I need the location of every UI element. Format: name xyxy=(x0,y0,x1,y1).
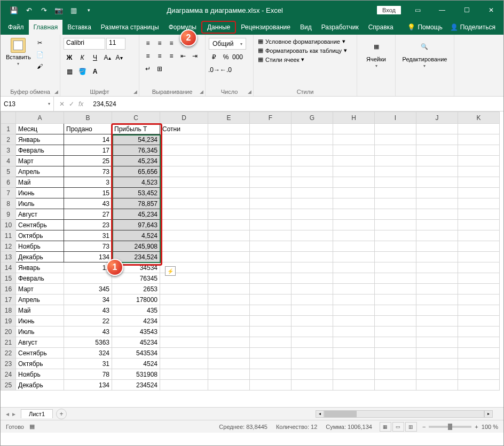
cell[interactable] xyxy=(208,284,250,294)
cell[interactable] xyxy=(333,198,375,209)
cell[interactable] xyxy=(292,220,333,230)
cell[interactable] xyxy=(416,284,458,294)
cell[interactable] xyxy=(375,188,416,198)
cell[interactable] xyxy=(160,252,208,262)
cell[interactable] xyxy=(333,284,375,294)
undo-icon[interactable]: ↶ xyxy=(23,5,34,15)
cell[interactable] xyxy=(250,359,292,369)
formula-input[interactable]: 234,524 xyxy=(89,100,503,108)
cell[interactable] xyxy=(375,252,416,262)
cell[interactable] xyxy=(416,220,458,230)
row-header[interactable]: 12 xyxy=(1,241,16,252)
row-header[interactable]: 4 xyxy=(1,156,16,166)
copy-icon[interactable]: 📄 xyxy=(35,50,45,59)
cell[interactable] xyxy=(250,326,292,337)
cell[interactable] xyxy=(292,134,333,145)
cell[interactable] xyxy=(458,241,500,252)
cell[interactable] xyxy=(250,241,292,252)
scroll-left-icon[interactable]: ◂ xyxy=(316,410,324,418)
cell[interactable] xyxy=(208,316,250,326)
cell[interactable]: 5363 xyxy=(64,337,112,348)
row-header[interactable]: 15 xyxy=(1,273,16,284)
cell[interactable]: Ноябрь xyxy=(16,369,64,380)
cell[interactable]: Месяц xyxy=(16,124,64,134)
cell[interactable] xyxy=(333,359,375,369)
cell[interactable]: 4234 xyxy=(112,316,160,326)
cell[interactable] xyxy=(333,134,375,145)
share-button[interactable]: 👤 Поделиться xyxy=(450,23,495,31)
cell[interactable]: 245,908 xyxy=(112,241,160,252)
cell[interactable] xyxy=(208,369,250,380)
cell[interactable] xyxy=(160,348,208,359)
cell[interactable]: 43 xyxy=(64,326,112,337)
cell[interactable]: 45,234 xyxy=(112,209,160,220)
cell[interactable] xyxy=(458,273,500,284)
align-top-icon[interactable]: ≡ xyxy=(143,38,153,49)
cell[interactable]: 73 xyxy=(64,241,112,252)
cell[interactable]: 45234 xyxy=(112,337,160,348)
scroll-right-icon[interactable]: ▸ xyxy=(484,410,493,418)
decrease-indent-icon[interactable]: ⇤ xyxy=(178,51,188,61)
cell[interactable] xyxy=(333,230,375,241)
cell[interactable] xyxy=(250,316,292,326)
cell[interactable] xyxy=(375,273,416,284)
cell[interactable] xyxy=(375,209,416,220)
cell[interactable] xyxy=(458,188,500,198)
cell[interactable] xyxy=(375,134,416,145)
cut-icon[interactable]: ✂ xyxy=(35,38,45,47)
cell-styles-button[interactable]: ▦ Стили ячеек ▾ xyxy=(258,56,347,63)
row-header[interactable]: 6 xyxy=(1,177,16,188)
cell[interactable] xyxy=(208,241,250,252)
cell[interactable] xyxy=(208,305,250,316)
column-header[interactable]: H xyxy=(333,112,375,124)
cell[interactable] xyxy=(416,316,458,326)
cell[interactable] xyxy=(292,166,333,177)
cell[interactable] xyxy=(292,380,333,391)
cell[interactable] xyxy=(458,230,500,241)
cell[interactable] xyxy=(208,209,250,220)
row-header[interactable]: 17 xyxy=(1,294,16,305)
tab-page-layout[interactable]: Разметка страницы xyxy=(96,20,164,35)
align-center-icon[interactable]: ≡ xyxy=(154,51,165,61)
cell[interactable] xyxy=(160,177,208,188)
column-header[interactable]: F xyxy=(250,112,292,124)
cell[interactable] xyxy=(250,262,292,273)
cell[interactable] xyxy=(416,230,458,241)
zoom-level[interactable]: 100 % xyxy=(482,424,498,430)
cell[interactable]: 531908 xyxy=(112,369,160,380)
cell[interactable] xyxy=(250,177,292,188)
tab-file[interactable]: Файл xyxy=(3,20,29,35)
cell[interactable]: Продано xyxy=(64,124,112,134)
cell[interactable] xyxy=(416,380,458,391)
row-header[interactable]: 20 xyxy=(1,326,16,337)
row-header[interactable]: 10 xyxy=(1,220,16,230)
cell[interactable] xyxy=(416,294,458,305)
cell[interactable] xyxy=(416,252,458,262)
row-header[interactable]: 11 xyxy=(1,230,16,241)
cell[interactable] xyxy=(250,369,292,380)
cell[interactable] xyxy=(458,134,500,145)
row-header[interactable]: 22 xyxy=(1,348,16,359)
cell[interactable] xyxy=(208,348,250,359)
dialog-launcher-icon[interactable]: ◢ xyxy=(200,89,203,94)
increase-font-icon[interactable]: A▴ xyxy=(102,52,113,63)
cell[interactable] xyxy=(375,337,416,348)
cell[interactable]: 27 xyxy=(64,209,112,220)
cell[interactable] xyxy=(250,166,292,177)
qat-more-icon[interactable]: ▾ xyxy=(83,5,94,15)
cell[interactable] xyxy=(250,284,292,294)
cell[interactable]: Ноябрь xyxy=(16,241,64,252)
cell[interactable]: Декабрь xyxy=(16,380,64,391)
cell[interactable] xyxy=(375,156,416,166)
cell[interactable] xyxy=(250,209,292,220)
cell[interactable] xyxy=(160,220,208,230)
align-bottom-icon[interactable]: ≡ xyxy=(166,38,177,49)
cell[interactable] xyxy=(375,284,416,294)
percent-icon[interactable]: % xyxy=(220,52,231,62)
cell[interactable] xyxy=(333,177,375,188)
column-header[interactable]: A xyxy=(16,112,64,124)
cell[interactable] xyxy=(250,220,292,230)
tab-nav-prev-icon[interactable]: ◂ xyxy=(6,410,9,418)
row-header[interactable]: 25 xyxy=(1,380,16,391)
cell[interactable] xyxy=(160,230,208,241)
